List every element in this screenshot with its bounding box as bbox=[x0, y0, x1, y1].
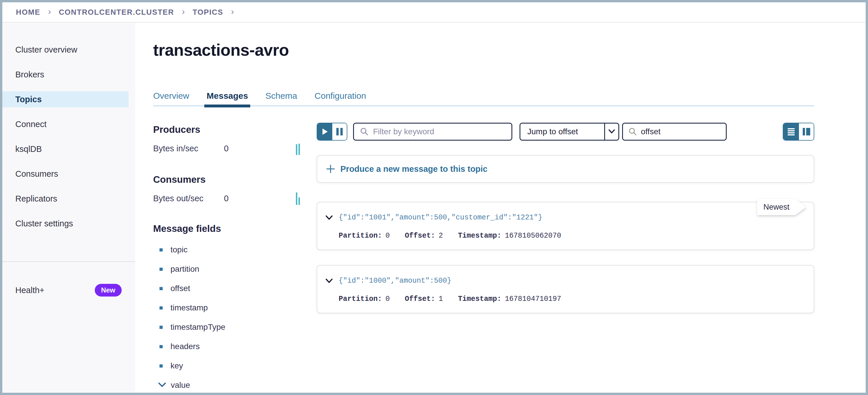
bytes-in-row: Bytes in/sec 0 bbox=[153, 143, 317, 154]
keyword-filter-input[interactable] bbox=[373, 127, 512, 136]
play-icon bbox=[321, 127, 329, 136]
producers-heading: Producers bbox=[153, 124, 317, 135]
tab-underline-track bbox=[153, 105, 814, 106]
sidebar-item-cluster-settings[interactable]: Cluster settings bbox=[2, 216, 135, 232]
list-view-button[interactable] bbox=[783, 123, 799, 140]
sidebar-item-brokers[interactable]: Brokers bbox=[2, 66, 135, 83]
jump-to-offset-select[interactable]: Jump to offset bbox=[520, 123, 619, 141]
bytes-out-row: Bytes out/sec 0 bbox=[153, 193, 317, 204]
sidebar: Cluster overview Brokers Topics Connect … bbox=[2, 23, 135, 392]
page-title: transactions-avro bbox=[153, 40, 814, 60]
newest-flag: Newest bbox=[757, 199, 807, 215]
bullet-square-icon bbox=[159, 306, 163, 309]
field-value[interactable]: value bbox=[153, 380, 317, 391]
play-button[interactable] bbox=[317, 123, 332, 140]
chevron-right-icon: › bbox=[48, 7, 51, 17]
sidebar-item-consumers[interactable]: Consumers bbox=[2, 166, 135, 182]
search-icon bbox=[628, 127, 638, 136]
message-meta: Partition:0 Offset:1 Timestamp:167810471… bbox=[339, 295, 561, 303]
breadcrumb: HOME › CONTROLCENTER.CLUSTER › TOPICS › bbox=[2, 2, 866, 23]
bullet-square-icon bbox=[159, 345, 163, 348]
field-offset[interactable]: offset bbox=[153, 283, 317, 294]
chevron-down-icon[interactable] bbox=[326, 215, 333, 220]
breadcrumb-item-topics[interactable]: TOPICS bbox=[192, 8, 223, 17]
field-headers[interactable]: headers bbox=[153, 341, 317, 352]
field-partition[interactable]: partition bbox=[153, 263, 317, 275]
sidebar-item-topics[interactable]: Topics bbox=[2, 91, 129, 107]
bytes-in-sparkline bbox=[296, 142, 300, 155]
sidebar-footer: Health+ New bbox=[15, 282, 122, 298]
message-fields-heading: Message fields bbox=[153, 223, 317, 234]
message-value[interactable]: {"id":"1001","amount":500,"customer_id":… bbox=[339, 213, 542, 222]
tab-configuration[interactable]: Configuration bbox=[315, 91, 366, 101]
column-view-button[interactable] bbox=[799, 123, 814, 140]
bytes-in-value: 0 bbox=[224, 144, 228, 153]
field-key[interactable]: key bbox=[153, 360, 317, 372]
breadcrumb-item-cluster[interactable]: CONTROLCENTER.CLUSTER bbox=[59, 8, 174, 17]
bullet-square-icon bbox=[159, 248, 163, 252]
main-content: transactions-avro Overview Messages Sche… bbox=[135, 23, 866, 392]
produce-message-label: Produce a new message to this topic bbox=[340, 164, 488, 174]
metrics-panel: Producers Bytes in/sec 0 Consumers Bytes… bbox=[153, 123, 317, 395]
jump-to-offset-value: Jump to offset bbox=[520, 127, 604, 136]
bytes-out-sparkline bbox=[296, 192, 300, 205]
plus-icon bbox=[326, 164, 335, 173]
tab-messages[interactable]: Messages bbox=[207, 91, 248, 101]
bytes-out-label: Bytes out/sec bbox=[153, 194, 224, 203]
column-view-icon bbox=[803, 128, 805, 135]
partition-value: 0 bbox=[385, 295, 390, 303]
message-value[interactable]: {"id":"1000","amount":500} bbox=[339, 276, 451, 285]
sidebar-item-cluster-overview[interactable]: Cluster overview bbox=[2, 41, 135, 58]
consumers-heading: Consumers bbox=[153, 174, 317, 185]
messages-panel: Jump to offset bbox=[317, 123, 814, 395]
bullet-square-icon bbox=[159, 364, 163, 368]
partition-value: 0 bbox=[385, 232, 390, 240]
chevron-right-icon: › bbox=[182, 7, 185, 17]
chevron-down-icon bbox=[608, 129, 616, 135]
offset-search-input[interactable] bbox=[641, 127, 726, 136]
view-mode-toggle bbox=[783, 123, 814, 141]
offset-search-box bbox=[622, 123, 727, 141]
message-card: Newest {"id":"1001","amount":500,"custom… bbox=[317, 202, 814, 250]
tab-schema[interactable]: Schema bbox=[265, 91, 297, 101]
search-icon bbox=[360, 127, 369, 136]
sidebar-item-health-plus[interactable]: Health+ bbox=[15, 286, 44, 295]
produce-message-button[interactable]: Produce a new message to this topic bbox=[317, 155, 814, 183]
message-fields-list: topic partition offset timestamp timesta… bbox=[153, 244, 317, 391]
breadcrumb-item-home[interactable]: HOME bbox=[16, 8, 40, 17]
newest-flag-label: Newest bbox=[757, 199, 796, 215]
new-badge: New bbox=[95, 284, 122, 297]
chevron-down-icon[interactable] bbox=[326, 278, 333, 284]
select-chevron-cell[interactable] bbox=[604, 124, 618, 140]
field-topic[interactable]: topic bbox=[153, 244, 317, 256]
pause-icon bbox=[336, 128, 339, 135]
messages-toolbar: Jump to offset bbox=[317, 123, 814, 141]
timestamp-value: 1678104710197 bbox=[505, 295, 561, 303]
tab-overview[interactable]: Overview bbox=[153, 91, 189, 101]
tab-bar: Overview Messages Schema Configuration bbox=[153, 91, 814, 101]
app-window: HOME › CONTROLCENTER.CLUSTER › TOPICS › … bbox=[0, 0, 868, 395]
field-timestamp[interactable]: timestamp bbox=[153, 302, 317, 314]
pause-button[interactable] bbox=[332, 123, 347, 140]
field-timestamp-type[interactable]: timestampType bbox=[153, 321, 317, 333]
bullet-square-icon bbox=[159, 268, 163, 271]
message-card: {"id":"1000","amount":500} Partition:0 O… bbox=[317, 265, 814, 313]
timestamp-value: 1678105062070 bbox=[505, 232, 561, 240]
sidebar-item-connect[interactable]: Connect bbox=[2, 116, 135, 132]
offset-value: 1 bbox=[439, 295, 443, 303]
message-meta: Partition:0 Offset:2 Timestamp:167810506… bbox=[339, 232, 561, 240]
sidebar-divider bbox=[2, 261, 135, 262]
sidebar-item-ksqldb[interactable]: ksqlDB bbox=[2, 141, 135, 157]
offset-value: 2 bbox=[439, 232, 443, 240]
chevron-down-icon bbox=[158, 382, 166, 389]
play-pause-toggle bbox=[317, 123, 347, 141]
bullet-square-icon bbox=[159, 287, 163, 290]
bytes-in-label: Bytes in/sec bbox=[153, 144, 224, 153]
chevron-right-icon: › bbox=[231, 7, 234, 17]
bytes-out-value: 0 bbox=[224, 194, 228, 203]
bullet-square-icon bbox=[159, 326, 163, 329]
sidebar-item-replicators[interactable]: Replicators bbox=[2, 191, 135, 207]
keyword-filter-box bbox=[353, 123, 512, 141]
list-view-icon bbox=[787, 128, 795, 135]
